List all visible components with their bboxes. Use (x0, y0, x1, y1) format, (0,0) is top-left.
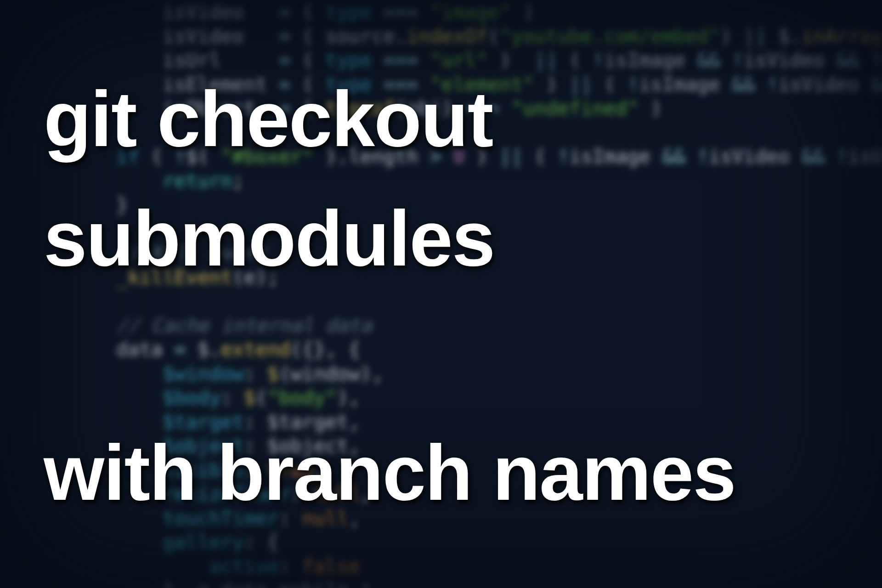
headline-line-2: submodules (44, 198, 494, 280)
code-line: isVideo = ( source.indexOf("youtube.com/… (0, 24, 882, 49)
code-line: $body: $("body"), (0, 386, 882, 410)
code-line: // Cache internal data (0, 314, 882, 338)
headline-line-1: git checkout (44, 78, 492, 160)
code-line: }, e.data.mobile ) (0, 579, 882, 588)
code-line: active: false (0, 555, 882, 579)
code-line: isVideo = ( type === "image" ) (0, 0, 882, 24)
code-line: data = $.extend({}, { (0, 338, 882, 362)
code-line: $window: $(window), (0, 362, 882, 386)
code-line: return; (0, 169, 882, 193)
headline-line-3: with branch names (44, 432, 735, 514)
code-line (0, 289, 882, 314)
code-line: isUrl = ( type === "url" ) || ( !isImage… (0, 48, 882, 73)
code-line: gallery: { (0, 531, 882, 555)
